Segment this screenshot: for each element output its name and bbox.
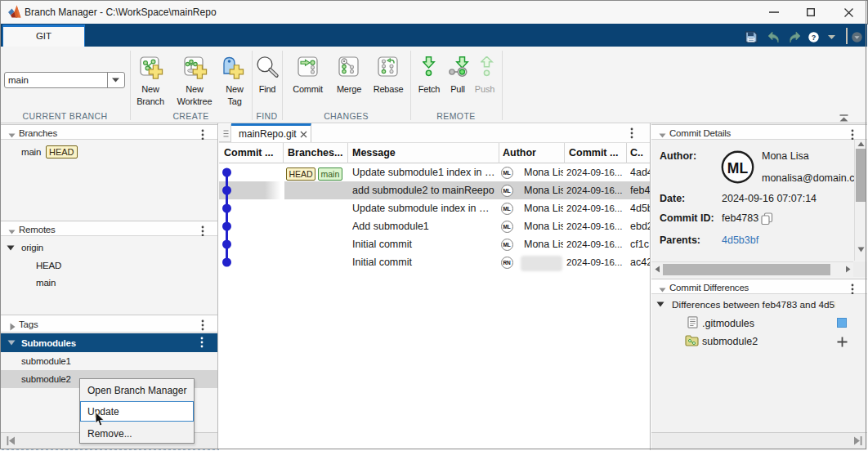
svg-text:ML: ML (727, 160, 749, 176)
svg-text:?: ? (812, 33, 817, 41)
